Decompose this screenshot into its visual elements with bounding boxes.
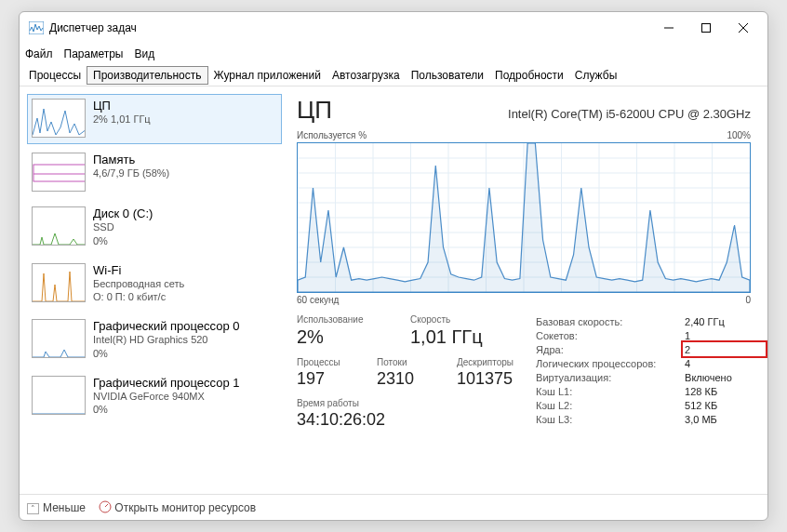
sockets-label: Сокетов: [536, 328, 685, 342]
minimize-button[interactable] [650, 15, 687, 41]
tab-details[interactable]: Подробности [489, 67, 569, 84]
sidebar-item-gpu0[interactable]: Графический процессор 0 Intel(R) HD Grap… [27, 314, 282, 367]
sidebar-disk-title: Диск 0 (C:) [93, 206, 153, 220]
threads-value: 2310 [377, 369, 436, 389]
chart-label-bottom-right: 0 [745, 295, 751, 305]
uptime-value: 34:10:26:02 [297, 410, 514, 430]
sidebar-item-gpu1[interactable]: Графический процессор 1 NVIDIA GeForce 9… [27, 371, 282, 424]
thumb-gpu0 [32, 319, 86, 358]
speed-value: 1,01 ГГц [410, 326, 483, 348]
task-manager-window: Диспетчер задач Файл Параметры Вид Проце… [19, 11, 768, 521]
menu-file[interactable]: Файл [25, 47, 53, 60]
l3-label: Кэш L3: [536, 412, 685, 426]
cpu-model: Intel(R) Core(TM) i5-6200U CPU @ 2.30GHz [508, 107, 751, 121]
menu-view[interactable]: Вид [134, 47, 154, 60]
highlight-box [681, 340, 767, 358]
threads-label: Потоки [377, 357, 436, 367]
open-resource-monitor-link[interactable]: Открыть монитор ресурсов [99, 500, 256, 514]
app-icon [29, 21, 44, 34]
l3-value: 3,0 МБ [685, 412, 732, 426]
menubar: Файл Параметры Вид [20, 44, 767, 64]
l2-value: 512 КБ [685, 398, 732, 412]
fewer-details-button[interactable]: ˄Меньше [27, 501, 86, 514]
procs-label: Процессы [297, 357, 356, 367]
main-panel: ЦП Intel(R) Core(TM) i5-6200U CPU @ 2.30… [287, 86, 767, 494]
maximize-icon [701, 23, 711, 33]
sidebar-gpu1-sub1: NVIDIA GeForce 940MX [93, 391, 240, 404]
tab-performance[interactable]: Производительность [87, 66, 207, 85]
l1-value: 128 КБ [685, 384, 732, 398]
sidebar-gpu0-title: Графический процессор 0 [93, 319, 240, 333]
tab-services[interactable]: Службы [569, 67, 622, 84]
sidebar: ЦП 2% 1,01 ГГц Память 4,6/7,9 ГБ (58%) Д… [20, 86, 287, 494]
base-speed-label: Базовая скорость: [536, 314, 685, 328]
thumb-gpu1 [32, 376, 86, 415]
titlebar[interactable]: Диспетчер задач [20, 12, 767, 44]
cpu-chart[interactable] [297, 142, 751, 293]
sidebar-gpu0-sub2: 0% [93, 348, 240, 361]
sidebar-item-cpu[interactable]: ЦП 2% 1,01 ГГц [27, 94, 282, 144]
tab-processes[interactable]: Процессы [23, 67, 87, 84]
chart-label-top-left: Используется % [297, 130, 367, 140]
l2-label: Кэш L2: [536, 398, 685, 412]
procs-value: 197 [297, 369, 356, 389]
sidebar-memory-title: Память [93, 153, 169, 166]
svg-line-29 [105, 504, 108, 507]
speed-label: Скорость [410, 314, 483, 325]
minimize-icon [664, 23, 674, 33]
thumb-disk [32, 206, 86, 246]
tabbar: Процессы Производительность Журнал прило… [20, 64, 767, 86]
cores-label: Ядра: [536, 342, 685, 356]
chart-label-top-right: 100% [727, 130, 751, 140]
sidebar-wifi-title: Wi-Fi [93, 263, 184, 277]
chart-label-bottom-left: 60 секунд [297, 295, 339, 305]
svg-rect-5 [33, 165, 86, 181]
virt-value: Включено [685, 370, 732, 384]
sidebar-item-disk[interactable]: Диск 0 (C:) SSD 0% [27, 202, 282, 255]
sidebar-item-wifi[interactable]: Wi-Fi Беспроводная сеть О: 0 П: 0 кбит/с [27, 259, 282, 312]
tab-app-history[interactable]: Журнал приложений [208, 67, 327, 84]
sidebar-wifi-sub2: О: 0 П: 0 кбит/с [93, 291, 184, 304]
sidebar-gpu0-sub1: Intel(R) HD Graphics 520 [93, 334, 240, 347]
maximize-button[interactable] [687, 15, 725, 41]
sidebar-cpu-title: ЦП [93, 99, 151, 113]
sidebar-cpu-sub: 2% 1,01 ГГц [93, 113, 151, 126]
usage-label: Использование [297, 314, 390, 325]
cores-value: 2 [685, 342, 732, 356]
tab-users[interactable]: Пользователи [406, 67, 489, 84]
base-speed-value: 2,40 ГГц [685, 314, 732, 328]
sidebar-memory-sub: 4,6/7,9 ГБ (58%) [93, 167, 169, 180]
sidebar-disk-sub1: SSD [93, 221, 153, 234]
thumb-cpu [32, 99, 86, 138]
page-title: ЦП [297, 96, 332, 125]
sidebar-disk-sub2: 0% [93, 235, 153, 248]
svg-rect-2 [702, 24, 711, 33]
window-controls [650, 15, 762, 41]
close-button[interactable] [725, 15, 762, 41]
sockets-value: 1 [685, 328, 732, 342]
sidebar-wifi-sub1: Беспроводная сеть [93, 278, 184, 291]
thumb-memory [32, 153, 86, 192]
footer: ˄Меньше Открыть монитор ресурсов [20, 494, 767, 520]
sidebar-gpu1-sub2: 0% [93, 404, 240, 417]
lprocs-value: 4 [685, 356, 732, 370]
l1-label: Кэш L1: [536, 384, 685, 398]
close-icon [739, 23, 748, 33]
thumb-wifi [32, 263, 86, 302]
usage-value: 2% [297, 326, 390, 348]
chevron-up-icon: ˄ [27, 503, 39, 514]
virt-label: Виртуализация: [536, 370, 685, 384]
stats-right: Базовая скорость:2,40 ГГц Сокетов:1 Ядра… [536, 314, 732, 430]
content: ЦП 2% 1,01 ГГц Память 4,6/7,9 ГБ (58%) Д… [20, 86, 767, 494]
menu-options[interactable]: Параметры [64, 47, 124, 60]
sidebar-gpu1-title: Графический процессор 1 [93, 376, 240, 390]
stats: Использование 2% Скорость 1,01 ГГц Проце… [297, 314, 751, 430]
sidebar-item-memory[interactable]: Память 4,6/7,9 ГБ (58%) [27, 148, 282, 198]
lprocs-label: Логических процессоров: [536, 356, 685, 370]
uptime-label: Время работы [297, 398, 514, 408]
handles-label: Дескрипторы [457, 357, 514, 367]
resource-monitor-icon [99, 500, 112, 513]
tab-startup[interactable]: Автозагрузка [327, 67, 406, 84]
window-title: Диспетчер задач [49, 21, 650, 34]
handles-value: 101375 [457, 369, 514, 389]
